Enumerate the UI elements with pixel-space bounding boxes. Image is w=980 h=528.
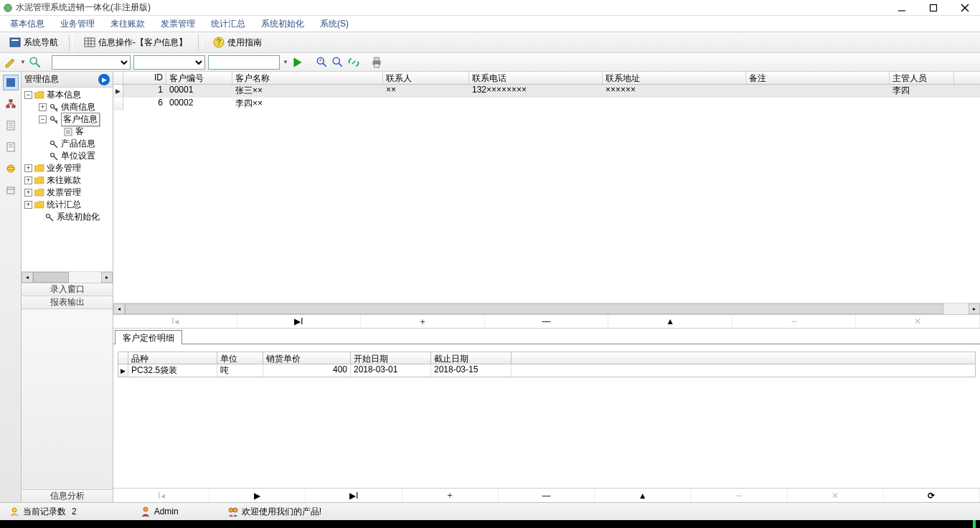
svg-text:?: ? [216, 37, 221, 47]
strip-archive-icon[interactable] [3, 182, 19, 198]
strip-doc2-icon[interactable] [3, 139, 19, 155]
tree-customer[interactable]: − 客户信息 [22, 113, 113, 126]
nav2-last[interactable]: ▶ꓲ [306, 489, 402, 502]
user-icon [140, 506, 151, 517]
minimize-button[interactable] [892, 1, 911, 14]
find-doc-icon[interactable] [331, 56, 344, 69]
detail-tab-pricing[interactable]: 客户定价明细 [115, 330, 182, 344]
system-nav-button[interactable]: 系统导航 [3, 34, 65, 51]
sidebar-collapse-icon[interactable]: ▶ [98, 74, 110, 85]
svg-line-45 [56, 108, 57, 110]
close-button[interactable] [956, 1, 974, 14]
find-person-icon[interactable] [316, 56, 329, 69]
menu-invoice[interactable]: 发票管理 [155, 16, 201, 32]
svg-rect-2 [930, 4, 937, 11]
svg-line-56 [54, 156, 57, 160]
menu-stats[interactable]: 统计汇总 [205, 16, 251, 32]
col-note[interactable]: 备注 [746, 72, 890, 84]
strip-view-icon[interactable] [3, 75, 19, 90]
tree-supplier[interactable]: + 供商信息 [22, 101, 113, 113]
status-records: 当前记录数 2 [4, 506, 81, 518]
tree-unit[interactable]: 单位设置 [22, 150, 113, 162]
tree-stats[interactable]: + 统计汇总 [22, 199, 113, 211]
menu-sysinit[interactable]: 系统初始化 [255, 16, 310, 32]
maximize-button[interactable] [924, 1, 943, 14]
nav-last[interactable]: ▶ꓲ [237, 315, 362, 328]
nav-add[interactable]: ＋ [361, 315, 485, 328]
sidebar-hscroll[interactable]: ◂▸ [22, 271, 113, 283]
svg-point-61 [229, 508, 233, 512]
detail-grid-header: 品种 单位 销货单价 开始日期 截止日期 [118, 352, 976, 364]
info-operation-button[interactable]: 信息操作-【客户信息】 [77, 34, 194, 51]
sidebar-section-analysis[interactable]: 信息分析 [22, 489, 113, 502]
nav2-muted1[interactable]: ∼ [691, 489, 787, 502]
nav-del[interactable]: — [485, 315, 609, 328]
record-nav-bottom: ꓲ◂ ▶ ▶ꓲ ＋ — ▲ ∼ ✕ ⟳ [113, 488, 980, 502]
detail-area: 品种 单位 销货单价 开始日期 截止日期 ▶ PC32.5袋装 吨 400 20… [113, 344, 980, 488]
menu-business[interactable]: 业务管理 [55, 16, 100, 32]
usage-guide-button[interactable]: ? 使用指南 [207, 34, 268, 51]
nav2-up[interactable]: ▲ [595, 489, 691, 502]
link-icon[interactable] [347, 56, 360, 69]
nav-up[interactable]: ▲ [608, 315, 732, 328]
svg-point-59 [12, 508, 17, 512]
tree-sysinit[interactable]: 系统初始化 [22, 211, 113, 223]
filter-field-select[interactable] [52, 55, 131, 70]
table-row[interactable]: 6 00002 李四×× [113, 98, 980, 110]
print-icon[interactable] [370, 56, 383, 69]
menu-accounts[interactable]: 来往账款 [105, 16, 151, 32]
nav2-muted2[interactable]: ✕ [788, 489, 884, 502]
grid-icon [84, 37, 95, 48]
sidebar-section-report[interactable]: 报表输出 [22, 296, 113, 308]
main-grid-hscroll[interactable]: ◂ ▸ [113, 303, 980, 314]
nav-first[interactable]: ꓲ◂ [113, 315, 237, 328]
nav2-add[interactable]: ＋ [402, 489, 499, 502]
app-icon [3, 3, 13, 13]
nav-muted2[interactable]: ✕ [856, 315, 980, 328]
strip-org-icon[interactable] [3, 96, 19, 112]
tree-invoice[interactable]: + 发票管理 [22, 187, 113, 199]
status-welcome: 欢迎使用我们的产品! [223, 506, 326, 518]
svg-point-55 [51, 153, 55, 156]
strip-doc1-icon[interactable] [3, 118, 19, 133]
nav2-del[interactable]: — [499, 489, 595, 502]
dcol-end[interactable]: 截止日期 [431, 352, 512, 364]
col-addr[interactable]: 联系地址 [603, 72, 746, 84]
filter-op-select[interactable] [133, 55, 205, 70]
col-mgr[interactable]: 主管人员 [890, 72, 954, 84]
record-nav-top: ꓲ◂ ▶ꓲ ＋ — ▲ ∼ ✕ [113, 314, 980, 329]
dcol-start[interactable]: 开始日期 [351, 352, 431, 364]
nav2-refresh[interactable]: ⟳ [884, 489, 980, 502]
col-contact[interactable]: 联系人 [383, 72, 469, 84]
tree-customer-child[interactable]: 客 [22, 126, 113, 138]
search-icon[interactable] [29, 56, 42, 69]
nav2-first[interactable]: ꓲ◂ [113, 489, 209, 502]
col-code[interactable]: 客户编号 [166, 72, 232, 84]
strip-globe-icon[interactable] [3, 161, 19, 176]
svg-point-19 [333, 57, 339, 64]
nav2-play[interactable]: ▶ [209, 489, 306, 502]
dcol-price[interactable]: 销货单价 [263, 352, 351, 364]
col-phone[interactable]: 联系电话 [469, 72, 603, 84]
window-title: 水泥管理系统进销一体化(非注册版) [16, 1, 892, 14]
tree-basic-info[interactable]: − 基本信息 [22, 89, 113, 101]
svg-line-20 [339, 63, 342, 67]
tree-business[interactable]: + 业务管理 [22, 162, 113, 174]
col-id[interactable]: ID [123, 72, 166, 84]
menu-system[interactable]: 系统(S) [314, 16, 354, 32]
dcol-variety[interactable]: 品种 [128, 352, 217, 364]
run-icon[interactable] [291, 56, 304, 69]
tree-accounts[interactable]: + 来往账款 [22, 174, 113, 187]
col-name[interactable]: 客户名称 [232, 72, 383, 84]
table-row[interactable]: ▶ 1 00001 张三×× ×× 132×××××××× ×××××× 李四 [113, 85, 980, 98]
svg-point-0 [4, 4, 12, 11]
detail-row[interactable]: ▶ PC32.5袋装 吨 400 2018-03-01 2018-03-15 [118, 364, 976, 377]
edit-icon[interactable] [4, 56, 17, 69]
tree-product[interactable]: 产品信息 [22, 138, 113, 150]
nav-muted1[interactable]: ∼ [732, 315, 857, 328]
dcol-unit[interactable]: 单位 [217, 352, 263, 364]
sidebar-section-entry[interactable]: 录入窗口 [22, 283, 113, 296]
menu-basic-info[interactable]: 基本信息 [4, 16, 50, 32]
filter-value-input[interactable] [208, 55, 280, 70]
nav-icon [9, 37, 21, 48]
